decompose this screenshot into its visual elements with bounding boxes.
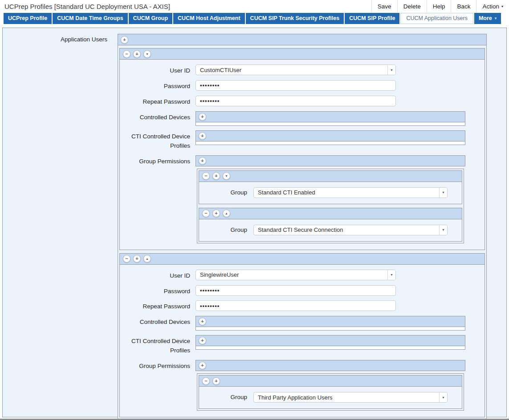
controlled-devices-label: Controlled Devices (120, 316, 195, 327)
user-id-field[interactable] (196, 65, 387, 75)
group-permission-item: −+▲ Group ▼ (199, 208, 462, 242)
application-users-list: + −+▼ User ID ▼ Password Repeat Password (118, 34, 487, 420)
controlled-devices-empty-body (195, 327, 465, 331)
move-up-button[interactable]: ▲ (223, 210, 230, 217)
add-cti-profile-button[interactable]: + (199, 132, 206, 140)
cti-profiles-list: + (195, 335, 465, 350)
repeat-password-field[interactable] (195, 300, 396, 311)
chevron-down-icon: ▼ (442, 228, 445, 231)
application-window: UCPrep Profiles [Standard UC Deployment … (0, 0, 509, 420)
delete-button[interactable]: Delete (397, 0, 427, 13)
chevron-down-icon: ▼ (390, 69, 393, 72)
add-button[interactable]: + (133, 50, 141, 58)
user-id-field[interactable] (196, 270, 387, 280)
group-row: Group ▼ (199, 225, 462, 235)
tab-cucm-sip-profile[interactable]: CUCM SIP Profile (345, 13, 399, 24)
repeat-password-label: Repeat Password (120, 300, 195, 311)
tab-bar: UCPrep ProfileCUCM Date Time GroupsCUCM … (0, 13, 509, 25)
plus-icon: + (201, 133, 204, 138)
back-button[interactable]: Back (451, 0, 476, 13)
action-button[interactable]: Action ▾ (476, 0, 509, 13)
repeat-password-row: Repeat Password (120, 96, 485, 107)
remove-button[interactable]: − (123, 255, 130, 262)
group-field[interactable] (254, 188, 439, 198)
add-application-user-button[interactable]: + (121, 36, 128, 44)
plus-icon: + (123, 37, 126, 42)
add-button[interactable]: + (212, 210, 220, 217)
user-id-dropdown-button[interactable]: ▼ (387, 65, 395, 75)
controlled-devices-list: + (195, 316, 465, 331)
add-controlled-device-button[interactable]: + (199, 113, 206, 121)
group-item-controls-bar: −+▼ (199, 171, 462, 182)
remove-button[interactable]: − (202, 210, 210, 217)
plus-icon: + (135, 52, 138, 57)
user-item-body: User ID ▼ Password Repeat Password Contr… (120, 60, 485, 250)
group-row: Group ▼ (199, 187, 462, 198)
application-users-row: Application Users + −+▼ User ID ▼ Passwo… (3, 34, 506, 420)
group-dropdown-button[interactable]: ▼ (439, 188, 447, 198)
move-down-button[interactable]: ▼ (223, 172, 230, 180)
add-button[interactable]: + (212, 377, 220, 385)
caret-down-icon: ▾ (495, 16, 497, 20)
tab-more[interactable]: More▾ (474, 13, 501, 24)
repeat-password-field[interactable] (195, 96, 396, 106)
user-id-label: User ID (120, 270, 195, 281)
controlled-devices-empty-body (195, 122, 465, 126)
tab-cucm-host-adjustment[interactable]: CUCM Host Adjustment (173, 13, 245, 24)
remove-button[interactable]: − (123, 50, 130, 58)
user-item-controls-bar: −+▲ (120, 254, 485, 265)
move-down-button[interactable]: ▼ (143, 50, 151, 58)
password-row: Password (120, 80, 485, 91)
save-button[interactable]: Save (371, 0, 397, 13)
user-id-combobox: ▼ (195, 270, 396, 280)
add-controlled-device-button[interactable]: + (199, 318, 206, 325)
window-title-bar: UCPrep Profiles [Standard UC Deployment … (0, 0, 509, 13)
group-item-body: Group ▼ (199, 219, 462, 241)
password-field[interactable] (195, 285, 396, 296)
help-button[interactable]: Help (427, 0, 451, 13)
chevron-down-icon: ▼ (146, 52, 149, 56)
user-id-dropdown-button[interactable]: ▼ (387, 270, 395, 280)
tab-cucm-sip-trunk-security-profiles[interactable]: CUCM SIP Trunk Security Profiles (246, 13, 344, 24)
cti-profiles-row: CTI Controlled Device Profiles + (120, 335, 485, 355)
add-group-permission-button[interactable]: + (199, 157, 206, 165)
add-button[interactable]: + (212, 172, 220, 180)
tab-cucm-application-users[interactable]: CUCM Application Users (400, 13, 473, 24)
add-button[interactable]: + (133, 255, 141, 262)
group-dropdown-button[interactable]: ▼ (439, 225, 447, 235)
tab-cucm-group[interactable]: CUCM Group (129, 13, 172, 24)
group-permission-item: −+ Group ▼ (199, 375, 462, 409)
cti-profiles-list: + (195, 130, 465, 145)
tab-ucprep-profile[interactable]: UCPrep Profile (4, 13, 52, 24)
group-field[interactable] (254, 392, 439, 402)
group-permissions-add-bar: + (195, 360, 465, 371)
chevron-down-icon: ▼ (390, 273, 393, 276)
more-label: More (479, 13, 492, 24)
group-dropdown-button[interactable]: ▼ (439, 392, 447, 402)
group-permissions-container: −+ Group ▼ (197, 373, 464, 411)
plus-icon: + (215, 379, 217, 384)
content-panel: Application Users + −+▼ User ID ▼ Passwo… (2, 28, 507, 417)
user-id-row: User ID ▼ (120, 65, 485, 76)
add-cti-profile-button[interactable]: + (199, 337, 206, 344)
password-field[interactable] (195, 80, 396, 91)
minus-icon: − (204, 211, 207, 216)
add-group-permission-button[interactable]: + (199, 362, 206, 369)
group-field[interactable] (254, 225, 439, 235)
application-users-label: Application Users (3, 34, 118, 420)
application-user-item: −+▲ User ID ▼ Password Repeat Password C… (119, 253, 485, 418)
move-up-button[interactable]: ▲ (143, 255, 151, 262)
remove-button[interactable]: − (202, 172, 210, 180)
remove-button[interactable]: − (202, 377, 210, 385)
controlled-devices-label: Controlled Devices (120, 111, 195, 122)
tab-cucm-date-time-groups[interactable]: CUCM Date Time Groups (53, 13, 127, 24)
group-permissions-label: Group Permissions (120, 360, 195, 371)
cti-profiles-label: CTI Controlled Device Profiles (120, 335, 195, 355)
group-permissions-list: + −+▼ Group ▼ −+▲ Group ▼ (195, 155, 465, 243)
user-item-body: User ID ▼ Password Repeat Password Contr… (120, 265, 485, 417)
controlled-devices-add-bar: + (195, 111, 465, 122)
plus-icon: + (201, 319, 204, 324)
group-permissions-list: + −+ Group ▼ (195, 360, 465, 411)
group-item-controls-bar: −+ (199, 376, 462, 387)
plus-icon: + (135, 256, 138, 261)
